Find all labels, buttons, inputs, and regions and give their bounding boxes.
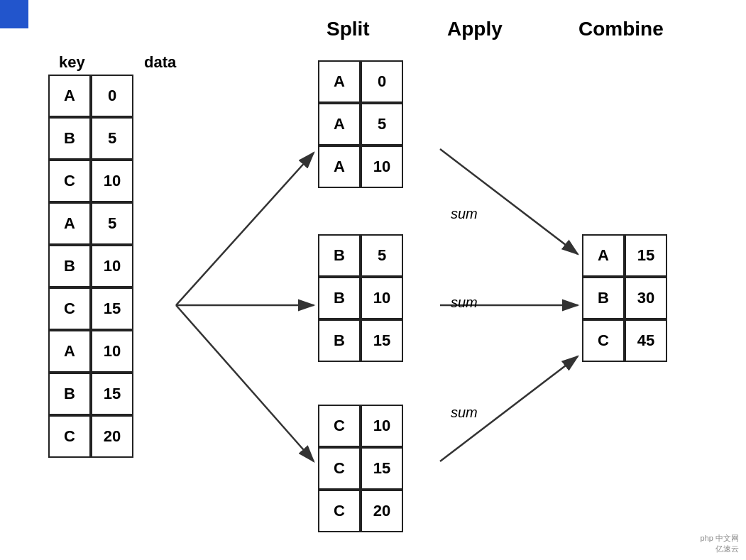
sa-key-cell: A [318, 60, 361, 103]
src-key-cell: B [48, 245, 91, 287]
src-val-cell: 15 [91, 373, 133, 415]
split-a-table: AAA 0510 [318, 60, 403, 188]
src-val-cell: 0 [91, 75, 133, 117]
split-a-val-col: 0510 [361, 60, 403, 188]
cb-val-cell: 15 [625, 234, 667, 277]
sa-val-cell: 10 [361, 146, 403, 188]
src-val-cell: 15 [91, 287, 133, 330]
sa-key-cell: A [318, 146, 361, 188]
sc-val-cell: 20 [361, 490, 403, 532]
sa-key-cell: A [318, 103, 361, 146]
sa-val-cell: 0 [361, 60, 403, 103]
blue-corner [0, 0, 28, 28]
src-key-cell: A [48, 202, 91, 245]
src-val-cell: 20 [91, 415, 133, 458]
src-key-cell: C [48, 160, 91, 202]
src-val-cell: 10 [91, 330, 133, 373]
cb-key-cell: C [582, 319, 625, 362]
split-c-table: CCC 101520 [318, 405, 403, 532]
key-col-label: key [59, 53, 85, 77]
split-b-table: BBB 51015 [318, 234, 403, 362]
sum-label-a: sum [451, 206, 478, 222]
arrow-to-split-a [176, 153, 314, 305]
split-b-key-col: BBB [318, 234, 361, 362]
sc-key-cell: C [318, 490, 361, 532]
source-table: ABCABCABC 051051015101520 [48, 75, 133, 458]
src-key-cell: B [48, 373, 91, 415]
source-val-col: 051051015101520 [91, 75, 133, 458]
cb-val-cell: 45 [625, 319, 667, 362]
cb-key-cell: B [582, 277, 625, 319]
sb-key-cell: B [318, 234, 361, 277]
combine-title: Combine [578, 18, 664, 40]
arrow-to-split-c [176, 305, 314, 461]
src-key-cell: A [48, 330, 91, 373]
combine-key-col: ABC [582, 234, 625, 362]
sc-val-cell: 10 [361, 405, 403, 447]
src-key-cell: C [48, 415, 91, 458]
src-key-cell: C [48, 287, 91, 330]
arrow-a-to-combine [440, 149, 578, 254]
split-b-val-col: 51015 [361, 234, 403, 362]
combine-table: ABC 153045 [582, 234, 667, 362]
cb-key-cell: A [582, 234, 625, 277]
sc-val-cell: 15 [361, 447, 403, 490]
apply-title: Apply [447, 18, 503, 40]
split-c-val-col: 101520 [361, 405, 403, 532]
src-val-cell: 10 [91, 245, 133, 287]
src-val-cell: 10 [91, 160, 133, 202]
combine-val-col: 153045 [625, 234, 667, 362]
src-val-cell: 5 [91, 202, 133, 245]
sb-key-cell: B [318, 319, 361, 362]
sb-key-cell: B [318, 277, 361, 319]
split-a-key-col: AAA [318, 60, 361, 188]
sc-key-cell: C [318, 405, 361, 447]
sb-val-cell: 10 [361, 277, 403, 319]
cb-val-cell: 30 [625, 277, 667, 319]
source-key-col: ABCABCABC [48, 75, 91, 458]
sb-val-cell: 5 [361, 234, 403, 277]
src-val-cell: 5 [91, 117, 133, 160]
sa-val-cell: 5 [361, 103, 403, 146]
main-layout: Split Apply Combine key data ABCABCABC 0… [0, 0, 746, 560]
watermark: php 中文网亿速云 [701, 533, 739, 554]
sum-label-c: sum [451, 405, 478, 421]
sum-label-b: sum [451, 295, 478, 311]
split-c-key-col: CCC [318, 405, 361, 532]
sb-val-cell: 15 [361, 319, 403, 362]
sc-key-cell: C [318, 447, 361, 490]
src-key-cell: B [48, 117, 91, 160]
split-title: Split [327, 18, 370, 40]
data-col-label: data [144, 53, 176, 77]
src-key-cell: A [48, 75, 91, 117]
